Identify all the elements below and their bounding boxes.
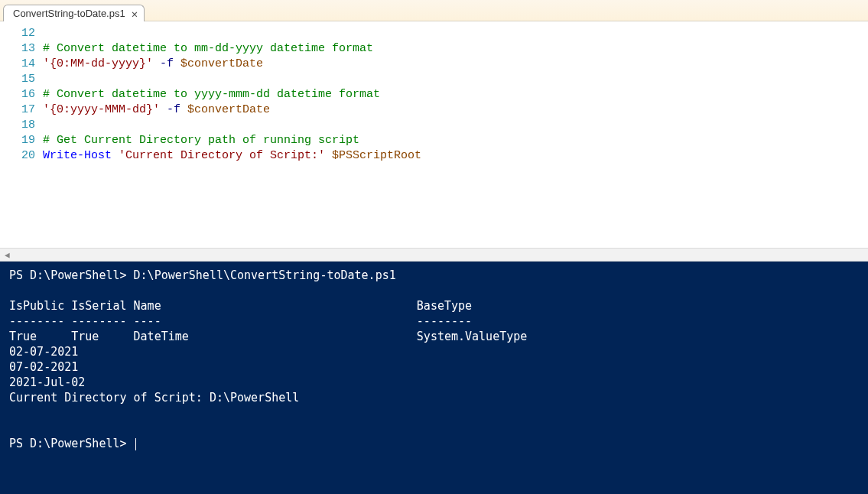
line-number: 12	[0, 26, 35, 41]
console-line: 2021-Jul-02	[9, 375, 859, 390]
line-number: 18	[0, 118, 35, 133]
console-line	[9, 405, 859, 421]
line-number: 17	[0, 102, 35, 118]
code-line	[43, 118, 868, 133]
code-editor[interactable]: 121314151617181920 # Convert datetime to…	[0, 21, 868, 248]
chevron-left-icon[interactable]: ◀	[5, 250, 10, 260]
cursor	[135, 438, 136, 450]
console-line: True True DateTime System.ValueType	[9, 329, 859, 344]
line-number: 20	[0, 148, 35, 164]
line-number: 15	[0, 72, 35, 87]
tab-bar: ConvertString-toDate.ps1 ✕	[0, 0, 868, 21]
console-line: PS D:\PowerShell>	[9, 436, 859, 451]
code-line: '{0:MM-dd-yyyy}' -f $convertDate	[43, 57, 868, 72]
console-line: 02-07-2021	[9, 344, 859, 359]
close-icon[interactable]: ✕	[132, 8, 138, 19]
console-line	[9, 421, 859, 436]
console-line: -------- -------- ---- --------	[9, 314, 859, 329]
code-line: # Convert datetime to mm-dd-yyyy datetim…	[43, 41, 868, 57]
console-line: PS D:\PowerShell> D:\PowerShell\ConvertS…	[9, 268, 859, 283]
line-gutter: 121314151617181920	[0, 26, 43, 164]
code-line: # Convert datetime to yyyy-mmm-dd dateti…	[43, 87, 868, 102]
console-line: IsPublic IsSerial Name BaseType	[9, 298, 859, 314]
terminal-output[interactable]: PS D:\PowerShell> D:\PowerShell\ConvertS…	[0, 262, 868, 494]
code-area[interactable]: # Convert datetime to mm-dd-yyyy datetim…	[43, 26, 868, 164]
line-number: 14	[0, 57, 35, 72]
file-tab[interactable]: ConvertString-toDate.ps1 ✕	[3, 5, 145, 21]
code-line	[43, 26, 868, 41]
console-line: Current Directory of Script: D:\PowerShe…	[9, 390, 859, 405]
horizontal-scrollbar[interactable]: ◀	[0, 248, 868, 262]
line-number: 13	[0, 41, 35, 57]
tab-title: ConvertString-toDate.ps1	[13, 8, 125, 19]
code-line: Write-Host 'Current Directory of Script:…	[43, 148, 868, 164]
code-line: # Get Current Directory path of running …	[43, 133, 868, 148]
console-line: 07-02-2021	[9, 359, 859, 375]
code-line	[43, 72, 868, 87]
console-line	[9, 283, 859, 298]
code-line: '{0:yyyy-MMM-dd}' -f $convertDate	[43, 102, 868, 118]
line-number: 16	[0, 87, 35, 102]
line-number: 19	[0, 133, 35, 148]
